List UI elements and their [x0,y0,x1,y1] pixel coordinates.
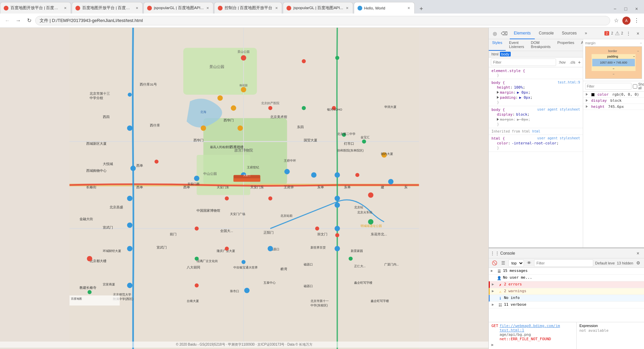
tab-more[interactable]: » [581,28,591,39]
svg-text:桥湾: 桥湾 [280,267,287,271]
tab-1[interactable]: 百度地图开放平台 | 百度地... × [0,2,71,14]
computed-prop-display[interactable]: display block [583,98,644,104]
tab-5-close[interactable]: × [345,5,350,11]
tab-6[interactable]: Hello, World × [354,2,415,14]
warnings-expand-icon[interactable]: ▶ [492,289,497,293]
error-file-link[interactable]: test.html:1 [500,328,524,332]
svg-text:中国国家博物馆: 中国国家博物馆 [197,209,220,212]
svg-point-125 [127,223,133,228]
tab-2-close[interactable]: × [134,5,140,11]
close-window-button[interactable]: × [632,4,641,14]
subtab-event-listeners[interactable]: Event Listeners [506,39,528,51]
computed-filter-input[interactable] [585,83,631,90]
subtab-accessibility[interactable]: Accessibility [578,39,583,51]
style-rule-html-source[interactable]: user agent stylesheet [537,136,580,140]
show-all-checkbox[interactable] [633,84,637,89]
tab-3[interactable]: jspopularGL | 百度地图API... × [143,2,213,14]
tab-1-close[interactable]: × [63,5,68,11]
subtab-properties[interactable]: Properties [554,39,578,51]
devtools-settings-icon[interactable]: ⋮ [624,29,632,38]
console-row-errors[interactable]: ▶ ✗ 2 errors [489,281,644,288]
map-copyright: © 2020 Baidu - GS(2019)5218号 · 甲测资字11009… [176,343,312,346]
messages-list-icon: ☰ [497,269,502,274]
address-input[interactable] [35,16,610,25]
tab-6-close[interactable]: × [406,5,412,11]
subtab-styles[interactable]: Styles [489,39,506,51]
height-expand-icon[interactable] [586,105,588,108]
svg-point-35 [194,176,200,181]
margin-expand-icon[interactable] [497,91,499,94]
devtools-device-icon[interactable]: ⌫ [500,29,508,38]
svg-text:西四: 西四 [103,115,110,119]
svg-text:王府世纪: 王府世纪 [247,166,259,169]
show-all-toggle[interactable]: Show all [633,83,644,90]
tab-4[interactable]: 控制台 | 百度地图开放平台 × [214,2,282,14]
verbose-expand-icon[interactable]: ▶ [492,302,497,307]
tab-2[interactable]: 百度地图开放平台 | 百度地... × [72,2,143,14]
console-close-button[interactable]: × [634,249,642,257]
errors-expand-icon[interactable]: ▶ [492,282,497,286]
forward-button[interactable]: → [14,16,23,25]
console-filter-input[interactable] [534,259,593,267]
svg-text:北京妇产医院: 北京妇产医院 [261,101,279,105]
console-settings-icon[interactable]: ⚙ [635,259,642,267]
messages-expand-icon[interactable]: ▶ [491,269,496,273]
box-content-area: 1057.600 × 745.600 [592,59,635,66]
computed-prop-height[interactable]: height 745.6px [583,104,644,110]
reload-button[interactable]: ↻ [24,16,34,25]
color-expand-icon[interactable] [586,93,588,96]
margin2-expand-icon[interactable] [497,118,499,121]
filter-pseudo[interactable]: :hov [557,60,567,64]
svg-text:宣武门: 宣武门 [157,246,167,249]
style-rule-body1-selector[interactable]: body { test.html:9 [491,80,580,85]
filter-plus-button[interactable]: + [578,60,581,65]
devtools-panel: ◎ ⌫ Elements Console Sources » [488,28,644,349]
profile-avatar[interactable]: A [622,17,630,25]
devtools-inspect-icon[interactable]: ◎ [491,29,499,38]
minimize-button[interactable]: − [610,4,620,14]
svg-text:西雁翅楼: 西雁翅楼 [230,145,244,149]
new-tab-button[interactable]: + [417,4,426,14]
tab-elements[interactable]: Elements [510,28,535,39]
svg-text:西华门: 西华门 [193,138,204,142]
styles-filter-input[interactable] [491,59,556,66]
computed-prop-color[interactable]: color rgb(0, 0, 0) [583,92,644,98]
tab-sources[interactable]: Sources [558,28,581,39]
style-rule-element-selector[interactable]: element.style { [491,69,580,73]
breadcrumb-html[interactable]: html [491,52,499,56]
console-filter-toggle[interactable]: ☰ [500,259,507,267]
maximize-button[interactable]: □ [621,4,630,14]
map-svg: 景山公园 故宫博物院 中山公园 北海 [0,28,488,349]
menu-icon[interactable]: ⋮ [632,16,641,25]
show-all-label: Show all [638,83,644,90]
subtab-dom-breakpoints[interactable]: DOM Breakpoints [528,39,554,51]
tab-5-favicon [286,6,291,10]
error-detail-text: file://webmap0.bdimg.com/im test.html:1 … [500,324,574,341]
devtools-right-panel: margin − border − padding [583,39,644,248]
devtools-close-button[interactable]: × [634,29,642,38]
tab-5[interactable]: jspopularGL | 百度地图API... × [283,2,353,14]
messages-text: 15 messages [503,269,642,273]
style-rule-body2-selector[interactable]: body { user agent stylesheet [491,108,580,112]
svg-text:百度地图: 百度地图 [71,297,82,300]
style-rule-body1-source[interactable]: test.html:9 [558,80,580,84]
back-button[interactable]: ← [3,16,12,25]
expression-header: Expression [579,324,641,328]
breadcrumb-body[interactable]: body [500,52,511,56]
error-url-link[interactable]: file://webmap0.bdimg.com/im [500,324,560,328]
svg-point-28 [302,106,306,110]
console-clear-button[interactable]: 🚫 [491,259,498,267]
tab-4-close[interactable]: × [274,5,279,11]
tab-3-close[interactable]: × [205,5,210,11]
bookmark-icon[interactable]: ☆ [612,16,621,25]
tab-console[interactable]: Console [535,28,558,39]
console-eye-icon[interactable]: 👁 [525,259,533,267]
display-expand-icon[interactable] [586,99,588,102]
console-drag-handle[interactable]: ⋮⋮ [491,249,499,257]
console-context-select[interactable]: top [508,259,524,267]
style-rule-html-selector[interactable]: html { user agent stylesheet [491,136,580,141]
svg-text:北京火车站: 北京火车站 [357,211,372,214]
padding-expand-icon[interactable] [497,96,499,99]
style-rule-body2-source[interactable]: user agent stylesheet [537,108,580,111]
filter-cls[interactable]: .cls [568,60,577,64]
